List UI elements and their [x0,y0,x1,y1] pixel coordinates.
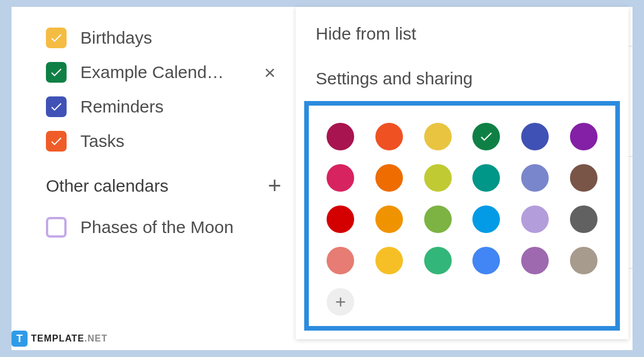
calendar-checkbox[interactable] [46,62,67,83]
add-calendar-icon[interactable]: + [268,173,281,199]
watermark-text: TEMPLATE.NET [31,333,107,344]
color-swatch[interactable] [570,205,598,233]
color-swatch[interactable] [570,164,598,192]
calendar-checkbox[interactable] [46,96,67,117]
calendar-item[interactable]: Tasks [46,124,290,158]
color-swatch[interactable] [472,247,500,274]
other-calendars-list: Phases of the Moon [46,210,290,245]
color-swatch[interactable] [424,205,452,233]
color-swatch[interactable] [570,247,598,274]
color-swatch[interactable] [327,205,354,233]
color-grid: + [323,123,601,316]
color-swatch[interactable] [424,247,452,274]
add-custom-color-button[interactable]: + [327,288,354,316]
calendar-checkbox[interactable] [46,28,67,48]
color-swatch[interactable] [327,123,354,150]
calendar-options-popup: Hide from listSettings and sharing + [296,7,629,339]
color-swatch[interactable] [521,205,549,233]
menu-item[interactable]: Settings and sharing [296,56,629,101]
menu-item[interactable]: Hide from list [296,7,629,56]
calendar-item[interactable]: Phases of the Moon [46,210,290,245]
other-calendars-title: Other calendars [46,176,168,196]
color-swatch[interactable] [424,123,452,150]
color-picker-section: + [304,101,620,331]
color-swatch[interactable] [424,164,452,192]
calendar-item[interactable]: Birthdays [46,21,290,55]
watermark: T TEMPLATE.NET [11,331,107,347]
calendar-label: Reminders [80,97,164,117]
color-swatch[interactable] [570,123,598,150]
color-swatch[interactable] [472,164,500,192]
color-swatch[interactable] [521,247,549,274]
color-swatch[interactable] [375,164,403,192]
calendar-checkbox[interactable] [46,131,67,152]
calendar-item[interactable]: Reminders [46,90,290,124]
calendar-label: Example Calend… [80,63,224,82]
calendar-checkbox[interactable] [46,217,67,238]
calendar-item[interactable]: Example Calend…× [46,55,290,90]
calendar-label: Tasks [80,131,125,151]
color-swatch[interactable] [375,205,403,233]
color-swatch[interactable] [327,164,354,192]
color-swatch[interactable] [375,247,403,274]
color-swatch[interactable] [472,205,500,233]
color-swatch[interactable] [375,123,403,150]
color-swatch[interactable] [472,123,500,150]
my-calendars-list: BirthdaysExample Calend…×RemindersTasks [46,21,290,158]
calendar-sidebar: BirthdaysExample Calend…×RemindersTasks … [11,7,293,350]
color-swatch[interactable] [327,247,354,274]
watermark-icon: T [11,331,28,347]
calendar-label: Birthdays [80,28,152,48]
other-calendars-header: Other calendars + [46,158,290,210]
color-swatch[interactable] [521,164,549,192]
calendar-label: Phases of the Moon [80,218,234,237]
color-swatch[interactable] [521,123,549,150]
close-icon[interactable]: × [264,61,276,84]
